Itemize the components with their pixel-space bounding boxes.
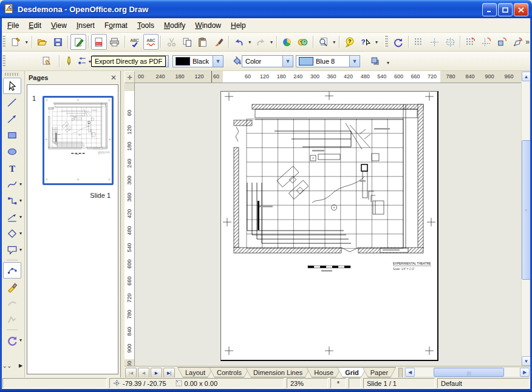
page-style-cell[interactable]: Default [437,378,530,388]
gallery-icon[interactable] [295,34,311,50]
connector-icon[interactable]: ▾ [3,192,21,209]
copy-icon[interactable] [179,34,195,50]
callouts-dropdown[interactable]: ▾ [18,247,24,252]
maximize-button[interactable] [498,3,513,16]
spellcheck-icon[interactable]: ABC [128,34,143,50]
whats-this-icon[interactable]: ? [358,34,373,50]
vertical-scrollbar[interactable]: ▲ ≡ ▼ [521,71,530,366]
insert-chart-icon[interactable] [279,34,295,50]
export-pdf-icon[interactable]: PDF [91,34,107,50]
zoom-icon[interactable] [316,34,332,50]
options-toolbar-grip[interactable] [384,36,388,48]
arrow-icon[interactable] [3,110,21,127]
vertical-ruler[interactable]: 6012018024030036042048054060066072078084… [124,83,135,366]
ellipse-icon[interactable] [3,143,21,160]
format-paintbrush-icon[interactable] [211,34,227,50]
line-color-dropdown-icon[interactable]: ▼ [213,56,223,67]
snap-to-snap-lines-icon[interactable] [479,34,494,50]
menu-file[interactable]: File [2,19,24,32]
autospellcheck-icon[interactable]: ABC [143,34,159,50]
toolbar-overflow-dropdown[interactable]: ▾ [385,60,391,66]
layer-tab-controls[interactable]: Controls [209,367,250,377]
basic-shapes-icon[interactable]: ▾ [3,225,21,242]
line-color-combo[interactable]: Black ▼ [172,55,223,67]
layer-tab-paper[interactable]: Paper [363,367,396,377]
layer-tab-house[interactable]: House [306,367,341,377]
display-snap-lines-icon[interactable] [426,34,442,50]
basic-shapes-dropdown[interactable]: ▾ [18,231,24,236]
styles-icon[interactable] [39,53,55,69]
scroll-down-icon[interactable]: ▼ [522,356,531,366]
menu-modify[interactable]: Modify [159,19,190,32]
toolbar-grip[interactable] [5,73,19,76]
curve-dropdown[interactable]: ▾ [18,181,24,187]
toolbar-grip[interactable] [2,55,5,67]
toolbar-grip[interactable] [2,36,5,48]
next-page-icon[interactable]: ▶ [151,368,162,378]
display-grid-icon[interactable] [411,34,427,50]
menu-format[interactable]: Format [100,19,132,32]
menu-edit[interactable]: Edit [24,19,46,32]
layer-tab-layout[interactable]: Layout [177,367,213,377]
rotate-tool-dropdown[interactable]: ▾ [18,337,24,343]
scroll-right-icon[interactable]: ▶ [520,368,530,377]
fill-color-combo[interactable]: Blue 8 ▼ [296,55,360,67]
fill-type-dropdown-icon[interactable]: ▼ [282,56,293,67]
vertical-scroll-thumb[interactable]: ≡ [522,140,531,280]
tabbar-splitter[interactable] [398,368,403,378]
menu-insert[interactable]: Insert [72,19,100,32]
help-icon[interactable]: ? [342,34,358,50]
drawing-toolbar-overflow[interactable]: ⌄⌄ ▶ [2,363,23,369]
print-icon[interactable] [107,34,123,50]
minimize-button[interactable] [482,3,497,16]
layer-tab-dimension-lines[interactable]: Dimension Lines [245,367,310,377]
toolbar-next-icon[interactable]: ▶ [19,363,22,369]
text-icon[interactable]: T [3,160,21,176]
menu-view[interactable]: View [46,19,72,32]
page[interactable] [220,91,438,361]
zoom-dropdown[interactable]: ▾ [331,39,337,45]
horizontal-ruler[interactable]: 0024018012060601201802403003604204805406… [135,71,521,83]
menu-window[interactable]: Window [190,19,226,32]
standard-toolbar-more-dropdown[interactable]: ▾ [373,39,380,45]
snap-to-object-border-icon[interactable] [510,34,525,50]
menu-tools[interactable]: Tools [132,19,159,32]
menu-help[interactable]: Help [226,19,251,32]
horizontal-scrollbar[interactable]: ◀ |||| ▶ [404,367,531,377]
options-toolbar-overflow[interactable]: » [525,38,529,46]
layer-tab-grid[interactable]: Grid [337,367,367,377]
rotate-tool-icon[interactable]: ▾ [3,332,21,348]
edit-points-icon[interactable] [3,262,21,279]
paste-icon[interactable] [195,34,211,50]
zoom-cell[interactable]: 23% [287,378,328,388]
close-icon[interactable]: ✕ [111,73,117,82]
scroll-up-icon[interactable]: ▲ [522,72,531,81]
fill-color-dropdown-icon[interactable]: ▼ [349,56,360,67]
horizontal-scroll-thumb[interactable]: |||| [434,368,504,377]
undo-dropdown[interactable]: ▾ [247,39,253,45]
slide-thumbnail[interactable] [43,96,114,185]
snap-to-page-margins-icon[interactable] [494,34,510,50]
lines-and-arrows-dropdown[interactable]: ▾ [18,214,24,220]
drawing-canvas[interactable] [135,83,521,366]
redo-dropdown[interactable]: ▾ [268,39,275,45]
last-page-icon[interactable]: ▶| [163,368,175,378]
rotate-icon[interactable] [390,34,406,50]
lines-and-arrows-icon[interactable]: ▾ [3,209,21,225]
more-tools-chevron-icon[interactable]: ⌄⌄ [2,363,12,369]
new-document-icon[interactable] [8,34,24,50]
curve-icon[interactable]: ▾ [3,176,21,192]
callouts-icon[interactable]: ▾ [3,242,21,258]
snap-to-grid-icon[interactable] [463,34,479,50]
rectangle-icon[interactable] [3,127,21,143]
close-button[interactable] [514,3,528,16]
scroll-left-icon[interactable]: ◀ [405,368,415,377]
undo-icon[interactable] [231,34,247,50]
glue-points-icon[interactable] [3,279,21,295]
open-icon[interactable] [35,34,50,50]
shadow-icon[interactable] [367,53,383,69]
select-icon[interactable] [3,78,21,94]
connector-dropdown[interactable]: ▾ [18,198,24,203]
new-document-dropdown[interactable]: ▾ [24,39,30,45]
edit-file-icon[interactable] [70,34,86,50]
